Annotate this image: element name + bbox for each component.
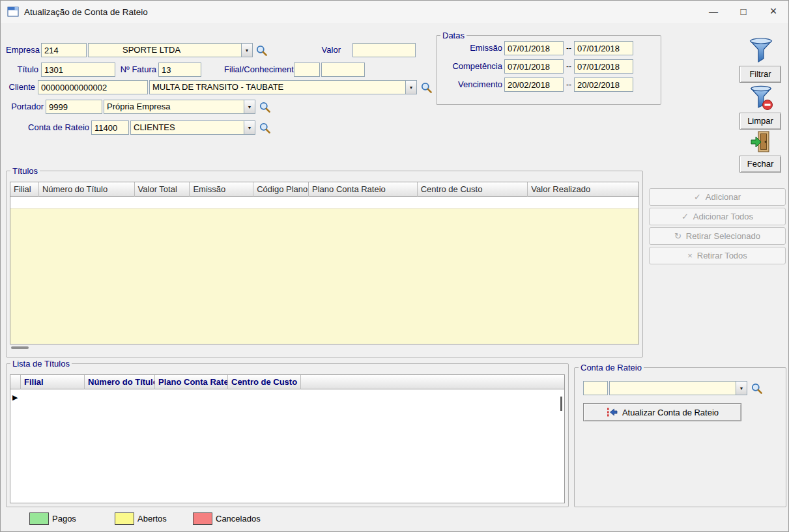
valor-field[interactable]	[352, 43, 416, 57]
dropdown-arrow-icon[interactable]: ▼	[244, 100, 255, 113]
portador-code-field[interactable]	[46, 100, 102, 114]
filter-clear-icon	[750, 85, 773, 113]
pagos-legend-label: Pagos	[52, 512, 76, 525]
conta-rateio-panel-search-icon[interactable]	[751, 382, 763, 395]
conta-rateio-code-field[interactable]	[91, 120, 129, 135]
retirar-selecionado-button[interactable]: ↻ Retirar Selecionado	[649, 227, 786, 245]
column-header[interactable]: Filial	[21, 375, 85, 389]
lista-titulos-table[interactable]: Filial Número do Título Plano Conta Rate…	[10, 374, 565, 503]
check-icon: ✓	[694, 192, 701, 202]
titulos-table[interactable]: Filial Número do Título Valor Total Emis…	[10, 182, 639, 344]
conta-rateio-search-icon[interactable]	[259, 122, 271, 134]
update-arrows-icon	[606, 407, 618, 417]
filtrar-button[interactable]: Filtrar	[739, 36, 786, 84]
conta-rateio-panel-code-field[interactable]	[583, 381, 608, 395]
competencia-range-separator: --	[565, 59, 573, 74]
minimize-button[interactable]: —	[698, 1, 728, 22]
limpar-button[interactable]: Limpar	[739, 84, 786, 130]
fechar-button[interactable]: Fechar	[739, 128, 786, 173]
fatura-field[interactable]	[158, 63, 201, 77]
retirar-todos-button[interactable]: × Retirar Todos	[649, 247, 786, 264]
titlebar: Atualização de Conta de Rateio — □ ×	[1, 1, 788, 23]
fatura-label: Nº Fatura	[119, 63, 156, 77]
current-row-indicator-icon: ▶	[12, 393, 18, 402]
fechar-button-label: Fechar	[739, 156, 781, 173]
adicionar-todos-button[interactable]: ✓ Adicionar Todos	[649, 208, 786, 225]
horizontal-scrollbar-thumb[interactable]	[11, 346, 29, 349]
pagos-color-swatch	[29, 512, 49, 525]
dropdown-arrow-icon[interactable]: ▼	[736, 382, 747, 395]
lista-titulos-table-header: Filial Número do Título Plano Conta Rate…	[10, 375, 564, 389]
atualizar-conta-rateio-button-label: Atualizar Conta de Rateio	[622, 408, 719, 417]
competencia-from-field[interactable]	[504, 59, 564, 74]
empresa-label: Empresa	[6, 43, 38, 57]
conta-rateio-combo[interactable]: CLIENTES ▼	[130, 120, 255, 135]
dropdown-arrow-icon[interactable]: ▼	[405, 81, 416, 94]
refresh-icon: ↻	[674, 231, 681, 241]
app-icon	[7, 7, 19, 17]
column-header[interactable]: Número do Título	[85, 375, 155, 389]
vencimento-label: Vencimento	[441, 77, 502, 92]
vertical-scrollbar-thumb[interactable]	[560, 397, 562, 411]
cliente-code-field[interactable]	[38, 80, 148, 94]
adicionar-button[interactable]: ✓ Adicionar	[649, 188, 786, 206]
portador-combo[interactable]: Própria Empresa ▼	[104, 100, 255, 114]
column-header[interactable]: Plano Conta Rateio	[155, 375, 228, 389]
cancelados-color-swatch	[193, 512, 212, 525]
empresa-combo[interactable]: SPORTE LTDA ▼	[88, 43, 253, 57]
cliente-label: Cliente	[6, 80, 35, 94]
cliente-search-icon[interactable]	[420, 81, 433, 94]
close-button[interactable]: ×	[758, 1, 788, 22]
empresa-code-field[interactable]	[41, 43, 87, 57]
column-header[interactable]: Emissão	[190, 182, 253, 197]
filial-field[interactable]	[294, 63, 320, 77]
vencimento-from-field[interactable]	[504, 77, 564, 92]
maximize-button[interactable]: □	[728, 1, 758, 22]
vencimento-to-field[interactable]	[574, 77, 633, 92]
exit-door-icon	[750, 130, 772, 156]
competencia-label: Competência	[441, 59, 502, 74]
portador-search-icon[interactable]	[259, 101, 271, 113]
conta-rateio-label: Conta de Rateio	[6, 120, 89, 135]
filter-icon	[749, 37, 773, 66]
column-header[interactable]: Centro de Custo	[418, 182, 528, 197]
cliente-combo[interactable]: MULTA DE TRANSITO - TAUBATE ▼	[149, 80, 417, 94]
conta-rateio-panel-name-text	[610, 382, 736, 395]
remove-icon: ×	[687, 251, 693, 260]
emissao-to-field[interactable]	[574, 41, 633, 55]
emissao-label: Emissão	[441, 41, 502, 55]
column-header-filler	[301, 375, 564, 389]
portador-name-text: Própria Empresa	[104, 100, 244, 113]
column-header[interactable]: Valor Total	[135, 182, 190, 197]
check-icon: ✓	[681, 212, 689, 221]
valor-label: Valor	[302, 43, 341, 57]
titulo-field[interactable]	[41, 63, 115, 77]
column-header[interactable]: Centro de Custo	[228, 375, 301, 389]
column-header[interactable]: Plano Conta Rateio	[309, 182, 418, 197]
column-header[interactable]: Valor Realizado	[528, 182, 638, 197]
titulos-table-header: Filial Número do Título Valor Total Emis…	[10, 182, 638, 197]
conhecimento-field[interactable]	[321, 63, 365, 77]
limpar-button-label: Limpar	[739, 113, 781, 130]
emissao-from-field[interactable]	[504, 41, 564, 55]
empresa-search-icon[interactable]	[255, 44, 268, 57]
column-header[interactable]: Código Plano	[253, 182, 309, 197]
conta-rateio-panel-legend: Conta de Rateio	[579, 363, 644, 372]
column-header[interactable]: Filial	[10, 182, 39, 197]
window: Atualização de Conta de Rateio — □ × Dat…	[0, 0, 789, 532]
dropdown-arrow-icon[interactable]: ▼	[244, 121, 255, 134]
portador-label: Portador	[6, 100, 44, 114]
datas-legend: Datas	[440, 31, 466, 40]
row-indicator-header	[10, 375, 21, 389]
cancelados-legend-label: Cancelados	[216, 512, 261, 525]
titulo-label: Título	[6, 63, 38, 77]
atualizar-conta-rateio-button[interactable]: Atualizar Conta de Rateio	[583, 403, 741, 421]
column-header[interactable]: Número do Título	[39, 182, 135, 197]
table-row[interactable]	[10, 197, 638, 209]
dropdown-arrow-icon[interactable]: ▼	[241, 44, 252, 57]
empresa-name-text: SPORTE LTDA	[89, 44, 241, 57]
window-title: Atualização de Conta de Rateio	[24, 7, 148, 17]
conta-rateio-panel-combo[interactable]: ▼	[609, 381, 747, 395]
competencia-to-field[interactable]	[574, 59, 633, 74]
retirar-todos-button-label: Retirar Todos	[697, 251, 747, 260]
